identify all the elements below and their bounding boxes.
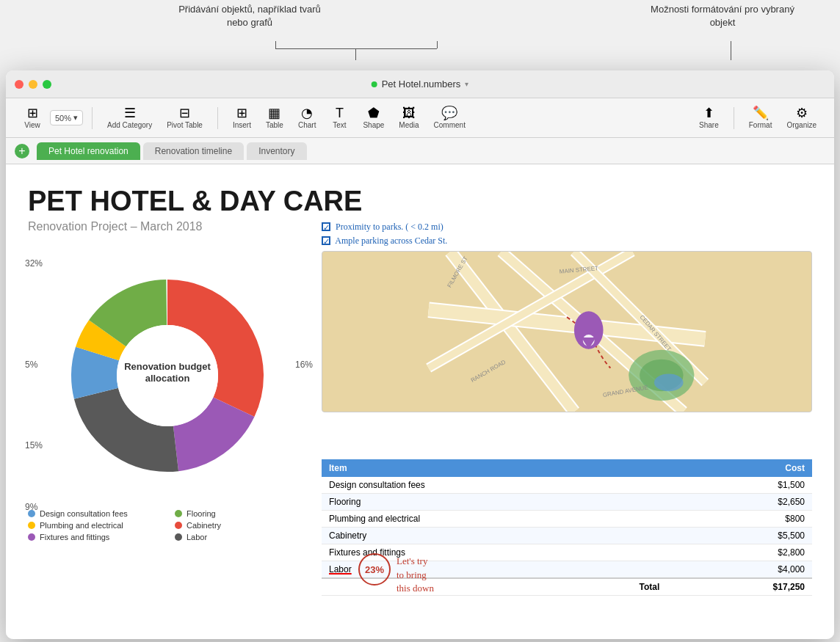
map-note-text-1: Proximity to parks. ( < 0.2 mi) (336, 222, 443, 232)
toolbar-sep-1 (92, 107, 93, 129)
row-item-3: Cabinetry (322, 527, 667, 544)
title-dot (372, 81, 377, 87)
insert-button[interactable]: ⊞ Insert (227, 103, 257, 132)
zoom-value: 50% (55, 114, 71, 123)
legend-dot-labor (175, 533, 182, 541)
map[interactable]: FILMORE ST MAIN STREET CEDAR STREET RANC… (322, 251, 812, 412)
checkbox-1: ✓ (322, 222, 330, 231)
row-cost-0: $1,500 (667, 477, 812, 494)
sheet-title: PET HOTEL & DAY CARE (28, 186, 812, 217)
donut-svg: Renovation budget allocation (43, 251, 292, 500)
share-button[interactable]: ⬆ Share (693, 103, 725, 132)
pct-label-16: 16% (295, 360, 313, 370)
chart-left: 32% 5% 15% 9% 16% (28, 251, 307, 596)
tab-label-1: Renovation timeline (155, 146, 232, 156)
sheet: PET HOTEL & DAY CARE Renovation Project … (6, 164, 834, 639)
legend-label-labor: Labor (187, 533, 207, 541)
tab-inventory[interactable]: Inventory (247, 142, 306, 160)
legend-label-flooring: Flooring (187, 509, 216, 518)
legend-dot-cabinetry (175, 522, 182, 529)
chart-legend: Design consultation fees Flooring Plumbi… (28, 509, 307, 541)
close-button[interactable] (15, 80, 23, 89)
map-note-2: ✓ Ample parking across Cedar St. (322, 234, 447, 248)
donut-chart[interactable]: 32% 5% 15% 9% 16% (43, 251, 292, 500)
legend-item-fixtures: Fixtures and fittings (28, 533, 160, 541)
left-bracket-line (275, 48, 437, 49)
row-item-1: Flooring (322, 493, 667, 510)
tab-pet-hotel-renovation[interactable]: Pet Hotel renovation (37, 142, 140, 160)
total-value: $17,250 (667, 578, 812, 596)
chart-section: 32% 5% 15% 9% 16% (28, 251, 812, 596)
checkbox-2: ✓ (322, 236, 330, 245)
text-button[interactable]: T Text (325, 103, 354, 132)
text-icon: T (336, 106, 344, 120)
legend-item-cabinetry: Cabinetry (175, 521, 307, 530)
tabbar: + Pet Hotel renovation Renovation timeli… (6, 138, 834, 164)
main-window: Pet Hotel.numbers ▾ ⊞ View 50% ▾ ☰ Add C… (6, 70, 834, 639)
legend-label-design: Design consultation fees (40, 509, 128, 518)
pivot-table-icon: ⊟ (179, 106, 190, 120)
hw-line3: this down (397, 582, 434, 595)
hw-line1: Let's try (397, 555, 434, 568)
pivot-table-button[interactable]: ⊟ Pivot Table (161, 103, 209, 132)
zoom-control[interactable]: 50% ▾ (50, 110, 83, 125)
left-bracket-down (355, 48, 356, 60)
pct-label-15: 15% (25, 440, 43, 451)
titlebar: Pet Hotel.numbers ▾ (6, 70, 834, 98)
left-bracket-right (437, 41, 438, 48)
add-category-icon: ☰ (124, 106, 136, 120)
shape-icon: ⬟ (368, 106, 380, 120)
legend-item-labor: Labor (175, 533, 307, 541)
tab-label-2: Inventory (258, 146, 294, 156)
add-sheet-button[interactable]: + (15, 144, 29, 158)
shape-button[interactable]: ⬟ Shape (357, 103, 390, 132)
format-icon: ✏️ (753, 106, 769, 120)
tab-renovation-timeline[interactable]: Renovation timeline (143, 142, 244, 160)
annotations: Přidávání objektů, například tvarů nebo … (0, 0, 840, 73)
pct-label-5: 5% (25, 360, 37, 370)
add-category-button[interactable]: ☰ Add Category (101, 103, 158, 132)
organize-button[interactable]: ⚙ Organize (781, 103, 822, 132)
insert-icon: ⊞ (236, 106, 247, 120)
col-header-cost: Cost (667, 459, 812, 477)
legend-dot-fixtures (28, 533, 35, 541)
share-icon: ⬆ (703, 106, 714, 120)
media-button[interactable]: 🖼 Media (393, 103, 424, 132)
table-icon: ▦ (268, 106, 280, 120)
view-button[interactable]: ⊞ View (18, 103, 47, 132)
pct-circle-23: 23% (358, 553, 391, 586)
organize-icon: ⚙ (796, 106, 808, 120)
minimize-button[interactable] (29, 80, 37, 89)
legend-label-cabinetry: Cabinetry (187, 521, 221, 530)
map-section: ✓ Proximity to parks. ( < 0.2 mi) ✓ Ampl… (322, 251, 812, 412)
content-area: PET HOTEL & DAY CARE Renovation Project … (6, 164, 834, 639)
toolbar-sep-3 (734, 107, 734, 129)
map-note-1: ✓ Proximity to parks. ( < 0.2 mi) (322, 220, 447, 234)
row-item-0: Design consultation fees (322, 477, 667, 494)
row-cost-1: $2,650 (667, 493, 812, 510)
legend-item-flooring: Flooring (175, 509, 307, 518)
legend-item-plumbing: Plumbing and electrical (28, 521, 160, 530)
right-annotation: Možnosti formátování pro vybraný objekt (649, 3, 796, 29)
map-note-text-2: Ample parking across Cedar St. (335, 236, 447, 246)
handwriting-annotation: 23% Let's try to bring this down (358, 553, 434, 595)
water (654, 373, 684, 391)
table-row: Cabinetry $5,500 (322, 527, 812, 544)
chart-icon: ◔ (301, 106, 313, 120)
window-title: Pet Hotel.numbers (382, 79, 461, 90)
toolbar: ⊞ View 50% ▾ ☰ Add Category ⊟ Pivot Tabl… (6, 98, 834, 138)
map-notes: ✓ Proximity to parks. ( < 0.2 mi) ✓ Ampl… (322, 220, 447, 248)
table-button[interactable]: ▦ Table (260, 103, 289, 132)
traffic-lights (15, 80, 51, 89)
maximize-button[interactable] (43, 80, 51, 89)
chart-center-label: Renovation budget (124, 361, 211, 372)
zoom-chevron-icon: ▾ (73, 113, 78, 123)
right-annotation-line (731, 41, 731, 60)
chart-button[interactable]: ◔ Chart (292, 103, 322, 132)
comment-button[interactable]: 💬 Comment (428, 103, 471, 132)
row-cost-3: $5,500 (667, 527, 812, 544)
format-button[interactable]: ✏️ Format (743, 103, 778, 132)
row-cost-4: $2,800 (667, 544, 812, 561)
left-annotation: Přidávání objektů, například tvarů nebo … (176, 3, 323, 29)
legend-dot-flooring (175, 510, 182, 517)
